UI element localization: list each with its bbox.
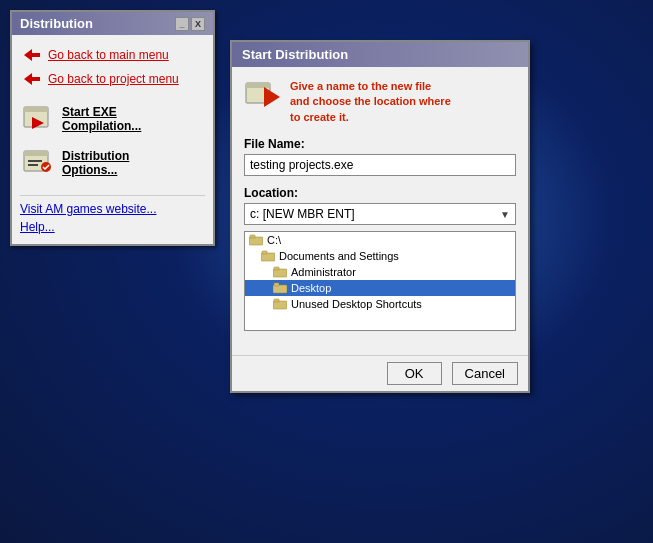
tree-item-admin-label: Administrator: [291, 266, 356, 278]
go-back-main-link[interactable]: Go back to main menu: [20, 43, 205, 67]
arrow-left-icon: [22, 47, 42, 63]
svg-rect-14: [250, 235, 255, 238]
folder-icon-docs: [261, 250, 275, 262]
svg-rect-22: [274, 299, 279, 302]
dialog-body: Give a name to the new fileand choose th…: [232, 67, 528, 355]
left-panel-title-bar: Distribution _ X: [12, 12, 213, 35]
start-exe-label: Start EXECompilation...: [62, 105, 141, 133]
start-exe-icon: [22, 103, 54, 135]
svg-rect-11: [246, 83, 270, 88]
svg-rect-6: [24, 151, 48, 156]
dist-options-label: DistributionOptions...: [62, 149, 129, 177]
location-label: Location:: [244, 186, 516, 200]
drive-icon: [249, 234, 263, 246]
svg-rect-8: [28, 164, 38, 166]
menu-items-list: Start EXECompilation... DistributionOpti…: [20, 101, 205, 181]
ok-button[interactable]: OK: [387, 362, 442, 385]
location-value: c: [NEW MBR ENT]: [250, 207, 355, 221]
arrow-left-icon-2: [22, 71, 42, 87]
svg-rect-18: [274, 267, 279, 270]
visit-website-link[interactable]: Visit AM games website...: [20, 200, 205, 218]
tree-item-c-label: C:\: [267, 234, 281, 246]
left-panel-body: Go back to main menu Go back to project …: [12, 35, 213, 244]
dialog-header-text: Give a name to the new fileand choose th…: [290, 79, 451, 125]
cancel-button[interactable]: Cancel: [452, 362, 518, 385]
tree-item-unused[interactable]: Unused Desktop Shortcuts: [245, 296, 515, 312]
svg-rect-16: [262, 251, 267, 254]
folder-icon-desktop: [273, 282, 287, 294]
tree-item-desktop-label: Desktop: [291, 282, 331, 294]
folder-icon-admin: [273, 266, 287, 278]
svg-marker-0: [24, 49, 40, 61]
go-back-main-label: Go back to main menu: [48, 48, 169, 62]
svg-marker-1: [24, 73, 40, 85]
bottom-links: Visit AM games website... Help...: [20, 195, 205, 236]
tree-item-docs[interactable]: Documents and Settings: [245, 248, 515, 264]
left-panel-title-buttons: _ X: [175, 17, 205, 31]
help-link[interactable]: Help...: [20, 218, 205, 236]
minimize-button[interactable]: _: [175, 17, 189, 31]
dialog-title-text: Start Distribution: [242, 47, 348, 62]
tree-item-admin[interactable]: Administrator: [245, 264, 515, 280]
start-distribution-dialog: Start Distribution Give a name to the ne…: [230, 40, 530, 393]
tree-item-unused-label: Unused Desktop Shortcuts: [291, 298, 422, 310]
dropdown-arrow-icon: ▼: [500, 209, 510, 220]
tree-item-desktop[interactable]: Desktop: [245, 280, 515, 296]
dialog-buttons: OK Cancel: [232, 355, 528, 391]
close-button[interactable]: X: [191, 17, 205, 31]
dist-options-item[interactable]: DistributionOptions...: [20, 145, 205, 181]
file-name-label: File Name:: [244, 137, 516, 151]
go-back-project-label: Go back to project menu: [48, 72, 179, 86]
file-tree: C:\ Documents and Settings Administrator: [244, 231, 516, 331]
go-back-project-link[interactable]: Go back to project menu: [20, 67, 205, 91]
dialog-header-icon: [244, 79, 280, 115]
dialog-header: Give a name to the new fileand choose th…: [244, 79, 516, 125]
tree-item-docs-label: Documents and Settings: [279, 250, 399, 262]
tree-item-c[interactable]: C:\: [245, 232, 515, 248]
file-name-input[interactable]: [244, 154, 516, 176]
svg-rect-3: [24, 107, 48, 112]
dist-options-icon: [22, 147, 54, 179]
left-panel: Distribution _ X Go back to main menu Go…: [10, 10, 215, 246]
left-panel-title-text: Distribution: [20, 16, 93, 31]
folder-icon-unused: [273, 298, 287, 310]
svg-rect-20: [274, 283, 279, 286]
svg-rect-7: [28, 160, 42, 162]
dialog-title-bar: Start Distribution: [232, 42, 528, 67]
svg-marker-12: [264, 87, 280, 107]
location-dropdown[interactable]: c: [NEW MBR ENT] ▼: [244, 203, 516, 225]
start-exe-item[interactable]: Start EXECompilation...: [20, 101, 205, 137]
